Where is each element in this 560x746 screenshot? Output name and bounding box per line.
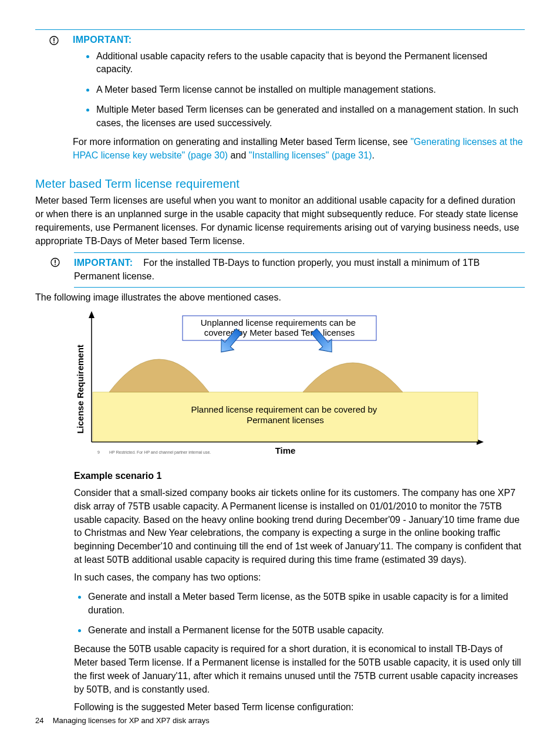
list-item: A Meter based Term license cannot be ins… [96, 82, 525, 96]
important-text-2: For the installed TB-Days to function pr… [74, 258, 480, 281]
important-label-2: IMPORTANT: [74, 258, 133, 268]
alert-icon [50, 258, 60, 267]
svg-rect-5 [55, 264, 56, 265]
page-number: 24 [35, 716, 50, 725]
important-block-1: IMPORTANT: Additional usable capacity re… [35, 35, 525, 167]
fig-top-text: Unplanned license requirements can be co… [201, 318, 359, 337]
example-list: Generate and install a Meter based Term … [74, 589, 525, 637]
list-item: Generate and install a Meter based Term … [88, 589, 525, 617]
figure-caption: The following image illustrates the abov… [35, 291, 525, 305]
restricted-text: HP Restricted. For HP and channel partne… [109, 450, 211, 455]
important-icon-wrap-2 [50, 258, 60, 271]
example-heading: Example scenario 1 [74, 470, 525, 483]
section-para: Meter based Term licenses are useful whe… [35, 194, 525, 248]
restricted-num: 9 [97, 450, 100, 454]
footer: 24 Managing licenses for XP and XP7 disk… [35, 716, 210, 725]
followup-para: For more information on generating and i… [73, 136, 525, 162]
example-block: Example scenario 1 Consider that a small… [74, 470, 525, 714]
important-label-1: IMPORTANT: [73, 35, 525, 45]
footer-title: Managing licenses for XP and XP7 disk ar… [53, 716, 210, 725]
figure: License Requirement Unplanned license re… [74, 310, 525, 463]
important-icon-wrap [35, 35, 73, 48]
x-axis-label: Time [275, 445, 296, 455]
section-heading-meter: Meter based Term license requirement [35, 177, 525, 191]
rule-important2-top [74, 252, 525, 253]
example-para3: Because the 50TB usable capacity is requ… [74, 643, 525, 696]
rule-top [35, 29, 525, 30]
important-block-2: IMPORTANT: For the installed TB-Days to … [74, 256, 525, 283]
important-list-1: Additional usable capacity refers to the… [73, 49, 525, 130]
svg-marker-7 [89, 311, 95, 318]
list-item: Multiple Meter based Term licenses can b… [96, 102, 525, 130]
y-axis-label: License Requirement [75, 345, 85, 434]
text: For more information on generating and i… [73, 137, 410, 147]
text: . [372, 150, 374, 160]
svg-rect-4 [55, 260, 56, 264]
svg-rect-1 [53, 38, 55, 42]
example-para4: Following is the suggested Meter based T… [74, 701, 525, 714]
figure-svg: License Requirement Unplanned license re… [74, 310, 485, 463]
list-item: Generate and install a Permanent license… [88, 623, 525, 637]
text: and [228, 150, 249, 160]
list-item: Additional usable capacity refers to the… [96, 49, 525, 76]
example-para1: Consider that a small-sized company book… [74, 487, 525, 566]
important-body-1: IMPORTANT: Additional usable capacity re… [73, 35, 525, 167]
svg-rect-2 [53, 42, 55, 43]
example-para2: In such cases, the company has two optio… [74, 571, 525, 585]
alert-icon [49, 36, 59, 45]
rule-important2-bottom [74, 287, 525, 288]
link-installing[interactable]: "Installing licenses" (page 31) [249, 150, 372, 160]
page: IMPORTANT: Additional usable capacity re… [0, 0, 560, 746]
